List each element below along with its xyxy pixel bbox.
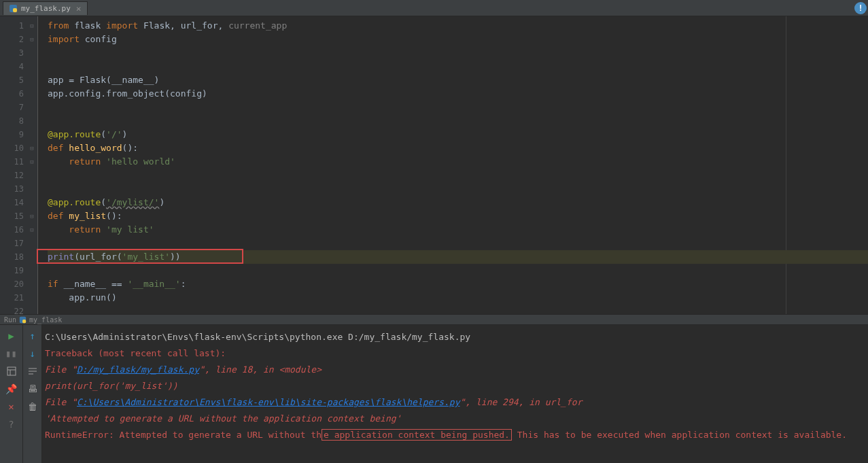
fold-column: ⊟⊟⊟⊟⊟⊟: [27, 19, 37, 318]
code-line: from flask import Flask, url_for, curren…: [48, 19, 868, 33]
code-line: [48, 237, 868, 250]
code-line: print(url_for('my_list')): [48, 250, 868, 264]
code-area[interactable]: from flask import Flask, url_for, curren…: [38, 16, 868, 314]
code-line: [48, 305, 868, 318]
console-line: C:\Users\Administrator\Envs\flask-env\Sc…: [45, 329, 865, 345]
console-line: RuntimeError: Attempted to generate a UR…: [45, 427, 865, 443]
console-output[interactable]: C:\Users\Administrator\Envs\flask-env\Sc…: [42, 325, 868, 463]
highlight-annotation: e application context being pushed.: [322, 429, 512, 441]
code-line: @app.route('/mylist/'): [48, 196, 868, 209]
console-line: print(url_for('my_list')): [45, 378, 865, 394]
svg-rect-1: [13, 8, 17, 12]
console-line: File "C:\Users\Administrator\Envs\flask-…: [45, 394, 865, 411]
console-line: Traceback (most recent call last):: [45, 345, 865, 362]
pin-button[interactable]: 📌: [4, 382, 19, 396]
code-line: def my_list():: [48, 209, 868, 223]
stop-button[interactable]: ▮▮: [4, 347, 19, 360]
console-line: File "D:/my_flask/my_flask.py", line 18,…: [45, 362, 865, 378]
code-editor[interactable]: 1 2 3 4 5 6 7 8 9 10 11 12 13 14 15 16 1…: [0, 16, 868, 314]
notification-icon[interactable]: !: [854, 2, 867, 14]
close-icon[interactable]: ×: [76, 4, 82, 13]
code-line: [48, 182, 868, 196]
clear-button[interactable]: 🗑: [25, 400, 40, 413]
traceback-link[interactable]: C:\Users\Administrator\Envs\flask-env\li…: [77, 397, 460, 407]
code-line: import config: [48, 33, 868, 46]
run-toolbar-right: ↑ ↓ 🖶 🗑: [23, 325, 42, 463]
code-line: return 'my list': [48, 223, 868, 237]
traceback-link[interactable]: D:/my_flask/my_flask.py: [77, 364, 199, 375]
close-panel-button[interactable]: ✕: [4, 400, 19, 413]
run-button[interactable]: ▶: [4, 329, 19, 343]
run-tool-window: ▶ ▮▮ 📌 ✕ ? ↑ ↓ 🖶 🗑 C:\Users\Administrato…: [0, 325, 868, 463]
code-line: [48, 114, 868, 128]
layout-button[interactable]: [4, 364, 19, 378]
svg-rect-3: [22, 320, 26, 323]
code-line: if __name__ == '__main__':: [48, 277, 868, 291]
python-file-icon: [9, 4, 18, 13]
code-line: app.config.from_object(config): [48, 87, 868, 101]
code-line: [48, 46, 868, 60]
soft-wrap-button[interactable]: [25, 364, 40, 378]
editor-tab-bar: my_flask.py × !: [0, 0, 868, 16]
code-line: [48, 169, 868, 182]
code-line: [48, 101, 868, 114]
help-button[interactable]: ?: [4, 417, 19, 431]
svg-rect-4: [7, 367, 16, 375]
code-line: return 'hello world': [48, 155, 868, 169]
file-tab[interactable]: my_flask.py ×: [3, 1, 88, 15]
code-line: [48, 60, 868, 73]
code-line: def hello_word():: [48, 141, 868, 155]
scroll-up-button[interactable]: ↑: [25, 329, 40, 343]
tab-filename: my_flask.py: [21, 4, 71, 13]
scroll-down-button[interactable]: ↓: [25, 347, 40, 360]
code-line: app = Flask(__name__): [48, 73, 868, 87]
run-toolbar-left: ▶ ▮▮ 📌 ✕ ?: [0, 325, 23, 463]
console-line: 'Attempted to generate a URL without the…: [45, 411, 865, 427]
code-line: @app.route('/'): [48, 128, 868, 141]
code-line: [48, 264, 868, 277]
print-button[interactable]: 🖶: [25, 382, 40, 396]
code-line: app.run(): [48, 291, 868, 305]
